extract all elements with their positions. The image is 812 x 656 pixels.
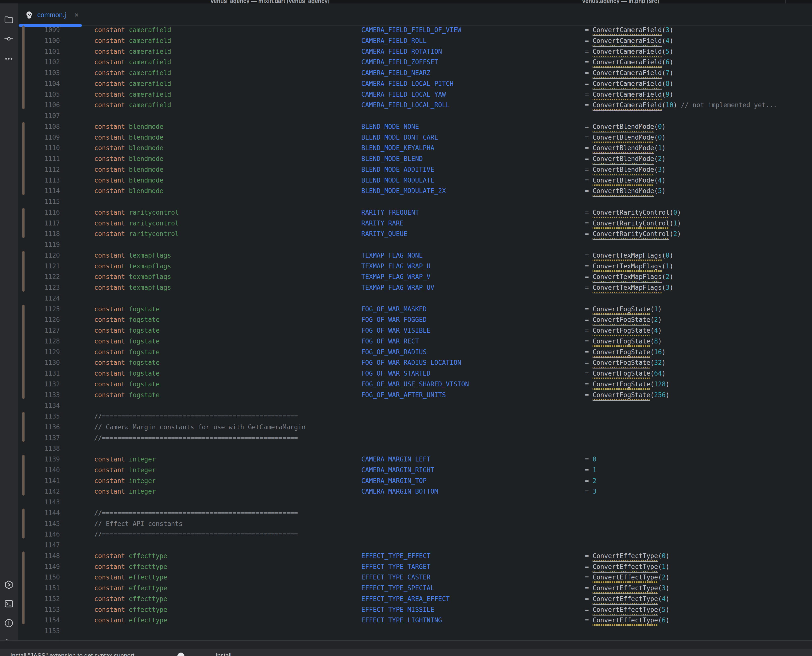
terminal-icon[interactable]	[4, 599, 14, 609]
line-number: 1122	[36, 271, 60, 282]
code-line: 1112constant blendmodeBLEND_MODE_ADDITIV…	[18, 164, 812, 175]
activity-bar	[0, 3, 18, 649]
line-number: 1137	[36, 433, 60, 443]
line-number: 1116	[36, 207, 60, 218]
line-number: 1115	[36, 196, 60, 207]
code-line: 1113constant blendmodeBLEND_MODE_MODULAT…	[18, 175, 812, 186]
code-line: 1116constant raritycontrolRARITY_FREQUEN…	[18, 207, 812, 218]
modified-lines-gutter-bar	[22, 551, 25, 624]
unresolved-reference: ConvertCameraField	[592, 101, 662, 111]
code-line: 1130constant fogstateFOG_OF_WAR_RADIUS_L…	[18, 357, 812, 368]
unresolved-reference: ConvertCameraField	[592, 48, 662, 57]
code-line: 1141constant integerCAMERA_MARGIN_TOP= 2	[18, 475, 812, 486]
line-number: 1102	[36, 57, 60, 68]
line-number: 1121	[36, 261, 60, 272]
unresolved-reference: ConvertFogState	[592, 359, 650, 368]
line-number: 1104	[36, 78, 60, 89]
line-number: 1146	[36, 529, 60, 540]
status-message: Install "JASS" extension to get syntax s…	[10, 652, 135, 656]
line-number: 1147	[36, 540, 60, 551]
status-action-button[interactable]: Install	[215, 652, 231, 656]
line-number: 1120	[36, 250, 60, 261]
code-line: 1147	[18, 540, 812, 551]
tab-close-icon[interactable]: ×	[74, 11, 79, 19]
line-number: 1125	[36, 304, 60, 314]
code-line: 1108constant blendmodeBLEND_MODE_NONE= C…	[18, 121, 812, 132]
code-line: 1110constant blendmodeBLEND_MODE_KEYALPH…	[18, 142, 812, 153]
unresolved-reference: ConvertRarityControl	[592, 219, 669, 229]
unresolved-reference: ConvertFogState	[592, 316, 650, 326]
code-line: 1104constant camerafieldCAMERA_FIELD_LOC…	[18, 78, 812, 89]
line-number: 1143	[36, 497, 60, 507]
modified-lines-gutter-bar	[22, 26, 25, 109]
window-seam	[786, 0, 786, 3]
unresolved-reference: ConvertFogState	[592, 326, 650, 336]
unresolved-reference: ConvertCameraField	[592, 37, 662, 46]
code-line: 1127constant fogstateFOG_OF_WAR_VISIBLE=…	[18, 325, 812, 336]
unresolved-reference: ConvertCameraField	[592, 26, 662, 36]
folder-icon[interactable]	[4, 15, 14, 25]
unresolved-reference: ConvertRarityControl	[592, 230, 669, 240]
modified-lines-gutter-bar	[22, 412, 25, 442]
line-number: 1135	[36, 411, 60, 422]
line-number: 1142	[36, 486, 60, 497]
panel-strip	[0, 640, 812, 649]
line-number: 1101	[36, 46, 60, 57]
line-number: 1141	[36, 475, 60, 486]
code-line: 1126constant fogstateFOG_OF_WAR_FOGGED= …	[18, 314, 812, 325]
unresolved-reference: ConvertEffectType	[592, 584, 658, 594]
unresolved-reference: ConvertBlendMode	[592, 166, 654, 175]
tab-common-j[interactable]: common.j ×	[25, 7, 79, 23]
commit-icon[interactable]	[4, 34, 14, 44]
code-line: 1114constant blendmodeBLEND_MODE_MODULAT…	[18, 186, 812, 196]
background-window-titles: venus_agency — mixin.dart [venus_agency]…	[0, 0, 812, 3]
code-line: 1154constant effecttypeEFFECT_TYPE_LIGHT…	[18, 615, 812, 625]
line-number: 1108	[36, 121, 60, 132]
gutter-separator	[60, 26, 60, 640]
code-line: 1125constant fogstateFOG_OF_WAR_MASKED= …	[18, 304, 812, 314]
background-window-title-right: venus.agency — in.php [src]	[582, 0, 659, 3]
code-line: 1148constant effecttypeEFFECT_TYPE_EFFEC…	[18, 551, 812, 561]
modified-lines-gutter-bar	[22, 251, 25, 292]
code-line: 1128constant fogstateFOG_OF_WAR_RECT= Co…	[18, 336, 812, 347]
code-line: 1123constant texmapflagsTEXMAP_FLAG_WRAP…	[18, 282, 812, 293]
code-line: 1133constant fogstateFOG_OF_WAR_AFTER_UN…	[18, 390, 812, 401]
line-number: 1114	[36, 186, 60, 196]
line-number: 1148	[36, 551, 60, 561]
line-number: 1113	[36, 175, 60, 186]
code-line: 1102constant camerafieldCAMERA_FIELD_ZOF…	[18, 57, 812, 68]
code-line: 1106constant camerafieldCAMERA_FIELD_LOC…	[18, 100, 812, 110]
unresolved-reference: ConvertTexMapFlags	[592, 273, 662, 283]
code-line: 1131constant fogstateFOG_OF_WAR_STARTED=…	[18, 368, 812, 379]
background-window-title-left: venus_agency — mixin.dart [venus_agency]	[211, 0, 329, 3]
line-number: 1144	[36, 507, 60, 518]
code-line: 1155	[18, 625, 812, 636]
code-line: 1115	[18, 196, 812, 207]
more-icon[interactable]	[4, 54, 14, 64]
unresolved-reference: ConvertEffectType	[592, 595, 658, 605]
code-line: 1099constant camerafieldCAMERA_FIELD_FIE…	[18, 25, 812, 35]
line-number: 1124	[36, 293, 60, 304]
line-number: 1134	[36, 400, 60, 411]
line-number: 1106	[36, 100, 60, 110]
code-line: 1101constant camerafieldCAMERA_FIELD_ROT…	[18, 46, 812, 57]
code-line: 1103constant camerafieldCAMERA_FIELD_NEA…	[18, 68, 812, 78]
line-number: 1128	[36, 336, 60, 347]
code-line: 1132constant fogstateFOG_OF_WAR_USE_SHAR…	[18, 379, 812, 390]
code-line: 1121constant texmapflagsTEXMAP_FLAG_WRAP…	[18, 261, 812, 272]
code-line: 1105constant camerafieldCAMERA_FIELD_LOC…	[18, 89, 812, 100]
run-icon[interactable]	[4, 580, 14, 590]
unresolved-reference: ConvertFogState	[592, 370, 650, 379]
code-line: 1149constant effecttypeEFFECT_TYPE_TARGE…	[18, 561, 812, 572]
code-line: 1146//==================================…	[18, 529, 812, 540]
line-number: 1155	[36, 625, 60, 636]
unresolved-reference: ConvertBlendMode	[592, 155, 654, 165]
problems-icon[interactable]	[4, 618, 14, 628]
code-line: 1139constant integerCAMERA_MARGIN_LEFT= …	[18, 454, 812, 465]
unresolved-reference: ConvertBlendMode	[592, 133, 654, 143]
unresolved-reference: ConvertCameraField	[592, 80, 662, 90]
code-editor[interactable]: 1099constant camerafieldCAMERA_FIELD_FIE…	[18, 26, 812, 640]
code-line: 1134	[18, 400, 812, 411]
code-line: 1140constant integerCAMERA_MARGIN_RIGHT=…	[18, 465, 812, 475]
code-line: 1150constant effecttypeEFFECT_TYPE_CASTE…	[18, 572, 812, 583]
